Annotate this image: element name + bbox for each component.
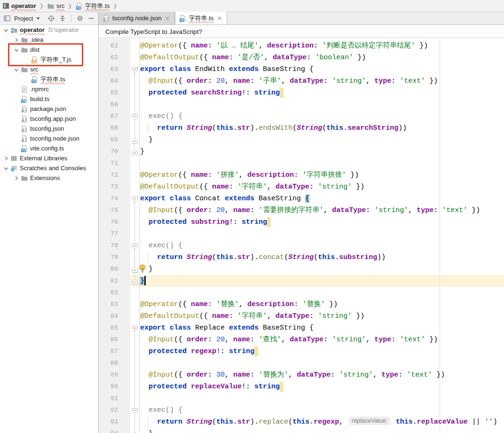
fold-start-marker[interactable] (132, 113, 138, 119)
tree-item-字符串-ts[interactable]: TS字符串.ts (0, 74, 98, 84)
code-line-84[interactable]: @DefaultOutput({ name: '字符串', dataType: … (140, 310, 504, 322)
hide-panel-icon[interactable] (87, 14, 95, 23)
chevron-expanded-icon[interactable] (13, 46, 20, 54)
tree-item-tsconfig-node-json[interactable]: {}tsconfig.node.json (0, 134, 98, 143)
editor-gutter[interactable]: 6162636465666768697071727374757677787980… (99, 39, 130, 433)
code-line-90[interactable]: protected replaceValue!: string (140, 381, 504, 393)
code-line-94[interactable]: } (140, 428, 504, 433)
tree-item-build-ts[interactable]: TSbuild.ts (0, 94, 98, 104)
fold-end-marker[interactable] (132, 266, 138, 272)
tree-item-字符串-t-js[interactable]: JS字符串_T.js (0, 55, 98, 64)
code-token (140, 336, 149, 344)
code-token: : (208, 336, 216, 344)
code-line-76[interactable]: protected substring!: string (140, 216, 504, 228)
code-editor[interactable]: 6162636465666768697071727374757677787980… (99, 39, 504, 433)
code-line-81[interactable]: } (140, 275, 504, 287)
settings-gear-icon[interactable] (76, 14, 84, 23)
code-token: @Input (149, 371, 174, 379)
code-line-72[interactable]: @Operator({ name: '拼接', description: '字符… (140, 169, 504, 181)
code-line-85[interactable]: export class Replace extends BaseString … (140, 322, 504, 334)
panel-divider[interactable] (98, 12, 99, 433)
code-line-82[interactable] (140, 287, 504, 299)
fold-start-marker[interactable] (132, 66, 138, 72)
fold-end-marker[interactable] (132, 137, 138, 142)
code-line-91[interactable] (140, 393, 504, 404)
chevron-expanded-icon[interactable] (13, 66, 20, 73)
chevron-down-icon[interactable] (36, 16, 40, 20)
tree-item-label: build.ts (30, 95, 49, 102)
chevron-collapsed-icon[interactable] (13, 174, 20, 182)
intention-bulb-icon[interactable] (138, 264, 147, 274)
code-token: name (191, 300, 208, 308)
chevron-collapsed-icon[interactable] (13, 36, 20, 44)
code-line-86[interactable]: @Input({ order: 20, name: '查找', dataType… (140, 334, 504, 346)
tree-item-operator[interactable]: operatorD:\operator (0, 25, 98, 35)
fold-start-marker[interactable] (132, 196, 138, 201)
code-token: order (187, 371, 208, 379)
code-line-79[interactable]: return String(this.str).concat(String(th… (140, 252, 504, 263)
code-line-83[interactable]: @Operator({ name: '替换', description: '替换… (140, 299, 504, 310)
code-line-63[interactable]: export class EndWith extends BaseString … (140, 63, 504, 75)
code-line-73[interactable]: @DefaultOutput({ name: '字符串', dataType: … (140, 181, 504, 193)
code-line-70[interactable]: } (140, 146, 504, 157)
code-line-68[interactable]: return String(this.str).endsWith(String(… (140, 122, 504, 134)
tree-item-src[interactable]: src (0, 64, 98, 74)
collapse-all-icon[interactable] (58, 14, 67, 23)
code-line-80[interactable]: } (140, 263, 504, 275)
chevron-expanded-icon[interactable] (2, 26, 10, 34)
ts-file-icon: TS (179, 15, 187, 22)
project-panel-title[interactable]: Project (14, 15, 33, 22)
breadcrumb-item-字符串-ts[interactable]: TS字符串.ts (75, 2, 111, 10)
chevron-expanded-icon[interactable] (2, 165, 10, 172)
fold-end-marker[interactable] (132, 149, 138, 154)
tab-close-icon[interactable] (164, 15, 171, 22)
code-line-69[interactable]: } (140, 134, 504, 146)
tab-tsconfig-node-json[interactable]: {}tsconfig.node.json (99, 12, 175, 24)
code-line-87[interactable]: protected regexp!: string (140, 346, 504, 357)
code-line-61[interactable]: @Operator({ name: '以 … 结尾', description:… (140, 40, 504, 52)
code-line-66[interactable] (140, 99, 504, 110)
code-line-78[interactable]: exec() { (140, 240, 504, 252)
code-line-92[interactable]: exec() { (140, 404, 504, 416)
code-line-75[interactable]: @Input({ order: 20, name: '需要拼接的字符串', da… (140, 205, 504, 216)
tree-item-extensions[interactable]: Extensions (0, 173, 98, 183)
tree-item-package-json[interactable]: {}package.json (0, 104, 98, 114)
tab-close-icon[interactable] (216, 15, 223, 22)
code-line-74[interactable]: export class Concat extends BaseString { (140, 193, 504, 205)
code-line-89[interactable]: @Input({ order: 30, name: '替换为', dataTyp… (140, 369, 504, 381)
code-line-62[interactable]: @DefaultOutput({ name: '是/否', dataType: … (140, 52, 504, 63)
code-line-71[interactable] (140, 157, 504, 169)
tree-item-vite-config-ts[interactable]: TSvite.config.ts (0, 143, 98, 153)
fold-start-marker[interactable] (132, 325, 138, 331)
code-line-77[interactable] (140, 228, 504, 240)
code-line-65[interactable]: protected searchString!: string (140, 87, 504, 99)
tree-item-label: dist (30, 46, 39, 53)
chevron-collapsed-icon[interactable] (2, 155, 10, 162)
code-line-67[interactable]: exec() { (140, 110, 504, 122)
code-line-93[interactable]: return String(this.str).replace(this.reg… (140, 416, 504, 428)
code-line-64[interactable]: @Input({ order: 20, name: '子串', dataType… (140, 75, 504, 87)
tree-item-dist[interactable]: dist (0, 45, 98, 55)
code-token (140, 253, 157, 261)
tree-item-tsconfig-json[interactable]: {}tsconfig.json (0, 124, 98, 134)
breadcrumb-item-operator[interactable]: operator (1, 2, 37, 10)
project-panel-toolbar: Project (0, 12, 98, 25)
fold-end-marker[interactable] (132, 278, 138, 283)
tree-item-scratches-and-consoles[interactable]: Scratches and Consoles (0, 163, 98, 173)
code-token: ({ (199, 183, 212, 191)
breadcrumb-item-src[interactable]: src (46, 2, 65, 10)
locate-file-icon[interactable] (47, 14, 55, 23)
fold-end-marker[interactable] (132, 431, 138, 433)
tree-item-npmrc[interactable]: .npmrc (0, 84, 98, 94)
code-line-88[interactable] (140, 357, 504, 369)
tree-item-idea[interactable]: .idea (0, 35, 98, 45)
tree-item-external-libraries[interactable]: External Libraries (0, 153, 98, 163)
fold-start-marker[interactable] (132, 407, 138, 413)
tree-item-tsconfig-app-json[interactable]: {}tsconfig.app.json (0, 114, 98, 124)
scratches-icon (10, 165, 18, 172)
ts-file-icon: TS (31, 76, 39, 83)
tab-字符串-ts[interactable]: TS字符串.ts (175, 12, 227, 24)
fold-start-marker[interactable] (132, 243, 138, 248)
tree-indent-spacer (13, 145, 20, 152)
code-area[interactable]: @Operator({ name: '以 … 结尾', description:… (140, 40, 504, 433)
